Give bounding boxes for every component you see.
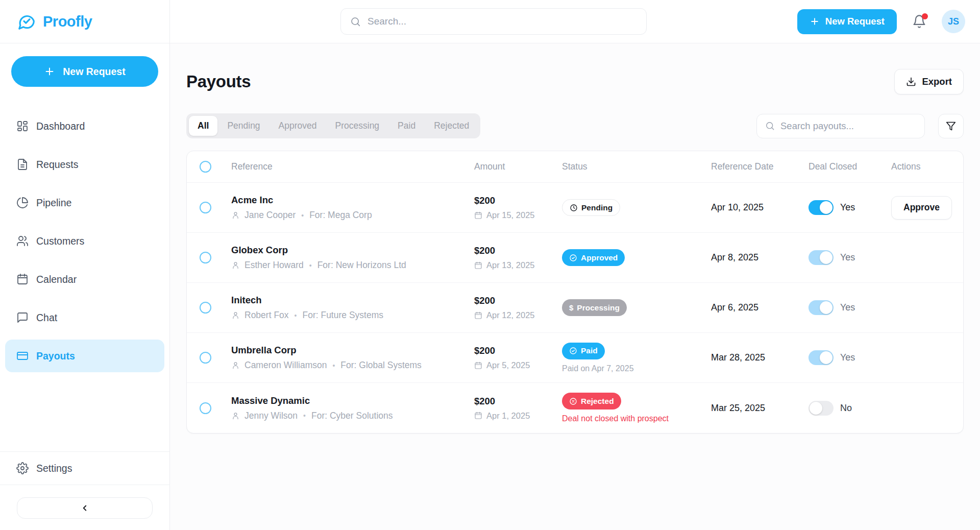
reference-date: Apr 8, 2025 (711, 252, 808, 263)
global-search (340, 8, 647, 35)
sidebar-item-dashboard[interactable]: Dashboard (5, 110, 164, 142)
plus-icon (44, 66, 55, 77)
pipeline-icon (16, 197, 29, 209)
check-circle-icon (569, 254, 577, 262)
sidebar-item-label: Settings (36, 463, 72, 474)
column-header-deal-closed: Deal Closed (808, 161, 891, 172)
chat-icon (16, 311, 29, 324)
tab-processing[interactable]: Processing (327, 116, 388, 136)
sidebar-collapse-button[interactable] (17, 497, 153, 519)
calendar-small-icon (474, 211, 482, 220)
for-company: For: Global Systems (340, 360, 422, 371)
owner-name: Cameron Williamson (244, 360, 327, 371)
payouts-search-input[interactable] (780, 121, 916, 132)
table-header: ReferenceAmountStatusReference DateDeal … (187, 151, 963, 183)
sidebar-item-label: Payouts (36, 350, 75, 362)
deal-closed-toggle[interactable] (808, 250, 834, 265)
calendar-small-icon (474, 362, 482, 370)
new-request-button-topbar[interactable]: New Request (797, 9, 897, 34)
sidebar-item-customers[interactable]: Customers (5, 225, 164, 257)
deal-closed-label: No (840, 403, 852, 414)
tab-paid[interactable]: Paid (389, 116, 424, 136)
row-checkbox[interactable] (200, 252, 211, 263)
status-label: Rejected (581, 397, 614, 406)
user-icon (231, 261, 240, 270)
calendar-small-icon (474, 311, 482, 320)
amount: $200 (474, 195, 562, 206)
dot-separator: • (301, 211, 304, 220)
global-search-input[interactable] (368, 16, 637, 27)
tab-rejected[interactable]: Rejected (425, 116, 478, 136)
tab-all[interactable]: All (189, 116, 217, 136)
download-icon (906, 77, 916, 87)
brand-name: Proofly (43, 13, 92, 30)
deal-closed-toggle[interactable] (808, 200, 834, 215)
reference-date: Mar 25, 2025 (711, 403, 808, 414)
notifications-button[interactable] (912, 14, 926, 29)
amount-date: Apr 13, 2025 (486, 260, 535, 270)
approve-button[interactable]: Approve (891, 196, 952, 220)
tab-approved[interactable]: Approved (270, 116, 326, 136)
user-icon (231, 412, 240, 420)
owner-name: Jane Cooper (244, 210, 296, 221)
row-checkbox[interactable] (200, 352, 211, 364)
dot-separator: • (332, 362, 335, 370)
deal-closed-toggle[interactable] (808, 401, 834, 416)
sidebar-item-payouts[interactable]: Payouts (5, 340, 164, 372)
avatar[interactable]: JS (942, 10, 965, 33)
amount-date: Apr 15, 2025 (486, 210, 535, 220)
sidebar-item-settings[interactable]: Settings (5, 456, 164, 480)
amount: $200 (474, 295, 562, 306)
sidebar-item-chat[interactable]: Chat (5, 301, 164, 334)
check-circle-icon (569, 347, 577, 355)
sidebar-item-label: Requests (36, 159, 78, 171)
sidebar-item-calendar[interactable]: Calendar (5, 263, 164, 296)
row-checkbox[interactable] (200, 302, 211, 314)
requests-icon (16, 158, 29, 171)
status-badge: Rejected (562, 393, 621, 409)
table-row: Globex CorpEsther Howard•For: New Horizo… (187, 233, 963, 283)
deal-closed-toggle[interactable] (808, 350, 834, 365)
reference-date: Apr 6, 2025 (711, 302, 808, 313)
status-badge: $Processing (562, 299, 627, 316)
notification-dot (922, 13, 928, 19)
reference-name: Initech (231, 295, 474, 306)
dot-separator: • (303, 412, 306, 420)
row-checkbox[interactable] (200, 202, 211, 213)
tab-pending[interactable]: Pending (218, 116, 268, 136)
status-label: Approved (581, 253, 618, 262)
column-header-status: Status (562, 161, 711, 172)
funnel-icon (946, 121, 956, 131)
toggle-knob (820, 201, 832, 214)
amount: $200 (474, 396, 562, 407)
calendar-small-icon (474, 412, 482, 420)
new-request-label: New Request (825, 16, 885, 27)
sidebar-item-pipeline[interactable]: Pipeline (5, 186, 164, 219)
filter-button[interactable] (938, 114, 964, 138)
sidebar: Proofly New Request DashboardRequestsPip… (0, 0, 170, 530)
reference-name: Globex Corp (231, 245, 474, 256)
dot-separator: • (309, 261, 312, 270)
logo-check-bubble-icon (17, 12, 36, 31)
export-button[interactable]: Export (894, 69, 964, 94)
deal-closed-label: Yes (840, 252, 855, 263)
collapse-wrap (0, 485, 169, 530)
export-label: Export (922, 76, 952, 87)
amount-date: Apr 1, 2025 (486, 411, 530, 421)
table-row: Acme IncJane Cooper•For: Mega Corp$200Ap… (187, 183, 963, 233)
filter-row: AllPendingApprovedProcessingPaidRejected (186, 113, 964, 138)
sidebar-item-requests[interactable]: Requests (5, 148, 164, 181)
chevron-left-icon (80, 503, 89, 513)
row-checkbox[interactable] (200, 402, 211, 414)
column-header-amount: Amount (474, 161, 562, 172)
toggle-knob (810, 402, 822, 415)
dashboard-icon (16, 120, 29, 132)
deal-closed-toggle[interactable] (808, 300, 834, 315)
new-request-button-sidebar[interactable]: New Request (11, 56, 158, 87)
status-tabs: AllPendingApprovedProcessingPaidRejected (186, 113, 480, 138)
plus-icon (810, 16, 820, 27)
status-label: Processing (577, 303, 620, 312)
page-head: Payouts Export (186, 69, 964, 94)
select-all-checkbox[interactable] (200, 161, 211, 173)
deal-closed-label: Yes (840, 202, 855, 213)
